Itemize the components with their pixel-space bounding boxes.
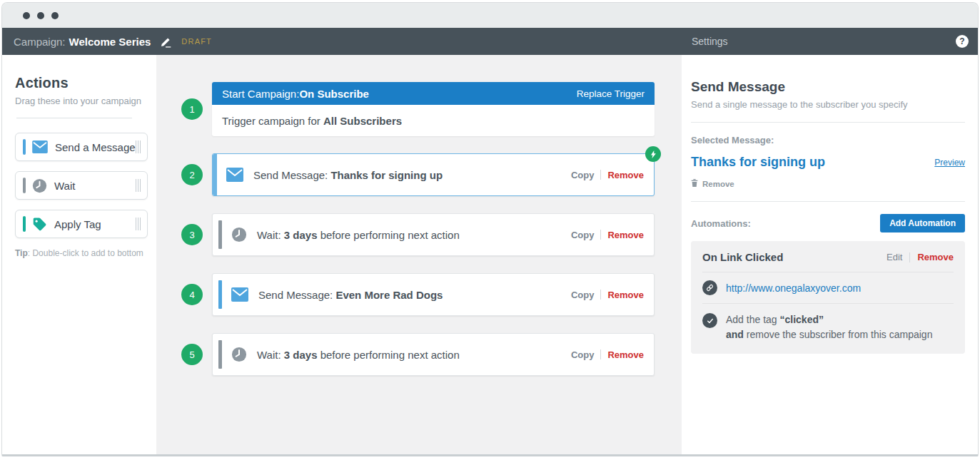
divider <box>600 230 601 240</box>
link-icon <box>702 280 717 295</box>
step-number-badge: 1 <box>181 98 203 120</box>
campaign-label: Campaign: <box>14 36 66 48</box>
window-dot <box>51 12 59 19</box>
drag-handle-icon[interactable] <box>136 179 141 192</box>
app-window: Campaign: Welcome Series DRAFT Settings … <box>1 2 979 456</box>
add-automation-button[interactable]: Add Automation <box>880 214 965 232</box>
draggable-action-wait[interactable]: Wait <box>15 171 148 200</box>
copy-button[interactable]: Copy <box>571 349 595 360</box>
divider <box>691 122 965 123</box>
campaign-step: 5 Wait: 3 days before performing next ac… <box>181 333 682 376</box>
accent-bar <box>218 220 222 249</box>
actions-title: Actions <box>15 75 156 91</box>
send-message-step-card[interactable]: Send Message: Thanks for signing up Copy… <box>212 153 655 196</box>
remove-button[interactable]: Remove <box>607 290 644 300</box>
sidebar-tip: Tip: Double-click to add to bottom <box>15 248 156 258</box>
divider <box>600 290 601 300</box>
remove-button[interactable]: Remove <box>607 170 644 180</box>
selected-message-label: Selected Message: <box>691 135 965 145</box>
automation-card: On Link Clicked Edit Remove http://www.o… <box>691 241 965 354</box>
envelope-icon <box>226 168 243 182</box>
campaign-step: 3 Wait: 3 days before performing next ac… <box>181 213 682 256</box>
divider <box>909 252 910 262</box>
app-body: Actions Drag these into your campaign Se… <box>2 55 978 454</box>
drag-handle-icon[interactable] <box>136 140 141 153</box>
campaign-step: 1 Start Campaign: On Subscribe Replace T… <box>181 82 682 136</box>
remove-button[interactable]: Remove <box>607 230 644 240</box>
window-dot <box>23 12 30 19</box>
draggable-action-apply-tag[interactable]: Apply Tag <box>15 210 148 238</box>
step-label: Wait: 3 days before performing next acti… <box>257 229 571 241</box>
envelope-icon <box>231 287 248 302</box>
draggable-action-send-message[interactable]: Send a Message <box>15 133 148 161</box>
automation-title: On Link Clicked <box>702 251 783 263</box>
edit-pencil-icon[interactable] <box>160 36 172 48</box>
remove-button[interactable]: Remove <box>607 349 644 360</box>
step-label: Wait: 3 days before performing next acti… <box>257 349 571 361</box>
tag-icon <box>32 217 47 232</box>
action-label: Wait <box>54 180 136 192</box>
step-label: Send Message: Thanks for signing up <box>253 169 571 181</box>
lightning-icon <box>645 146 661 162</box>
divider <box>691 201 965 202</box>
action-label: Send a Message <box>55 141 136 153</box>
app-header: Campaign: Welcome Series DRAFT Settings … <box>2 28 978 55</box>
settings-nav-item[interactable]: Settings <box>692 36 728 47</box>
copy-button[interactable]: Copy <box>571 230 595 240</box>
clock-icon <box>231 227 247 242</box>
copy-button[interactable]: Copy <box>571 170 595 180</box>
accent-bar <box>213 154 217 195</box>
clock-icon <box>32 178 47 193</box>
step-number-badge: 4 <box>181 284 203 305</box>
automation-url-link[interactable]: http://www.onegalaxyover.com <box>726 282 861 294</box>
wait-step-card[interactable]: Wait: 3 days before performing next acti… <box>212 213 655 256</box>
edit-button[interactable]: Edit <box>886 252 902 262</box>
accent-bar <box>23 178 26 193</box>
trigger-title-bold: On Subscribe <box>299 88 369 100</box>
accent-bar <box>218 340 222 369</box>
step-label: Send Message: Even More Rad Dogs <box>258 289 571 301</box>
copy-button[interactable]: Copy <box>571 290 595 300</box>
trash-icon <box>691 178 698 189</box>
campaign-canvas: 1 Start Campaign: On Subscribe Replace T… <box>156 55 682 454</box>
divider <box>600 170 601 180</box>
remove-button[interactable]: Remove <box>917 252 954 262</box>
replace-trigger-link[interactable]: Replace Trigger <box>577 88 645 99</box>
send-message-step-card[interactable]: Send Message: Even More Rad Dogs Copy Re… <box>212 273 655 316</box>
trigger-card-body: Trigger campaign for All Subscribers <box>212 105 655 136</box>
window-titlebar <box>2 3 978 28</box>
envelope-icon <box>32 140 48 153</box>
divider <box>600 349 601 359</box>
automations-label: Automations: <box>691 218 751 229</box>
actions-sidebar: Actions Drag these into your campaign Se… <box>2 55 156 454</box>
campaign-step: 2 Send Message: Thanks for signing up Co… <box>181 153 682 196</box>
action-label: Apply Tag <box>54 218 136 230</box>
accent-bar <box>218 280 222 309</box>
step-number-badge: 5 <box>181 344 203 365</box>
clock-icon <box>231 347 247 362</box>
campaign-name: Welcome Series <box>69 36 151 48</box>
check-icon <box>702 313 717 328</box>
help-icon[interactable]: ? <box>956 35 969 48</box>
actions-subtitle: Drag these into your campaign <box>15 96 156 106</box>
drag-handle-icon[interactable] <box>136 218 141 230</box>
step-number-badge: 2 <box>181 164 203 185</box>
accent-bar <box>23 216 26 232</box>
sidebar-divider <box>16 118 132 118</box>
step-number-badge: 3 <box>181 224 203 245</box>
trigger-title-prefix: Start Campaign: <box>222 88 299 100</box>
accent-bar <box>23 139 26 155</box>
selected-message-title[interactable]: Thanks for signing up <box>691 155 825 170</box>
remove-message-button[interactable]: Remove <box>691 178 965 189</box>
status-badge: DRAFT <box>181 37 212 46</box>
wait-step-card[interactable]: Wait: 3 days before performing next acti… <box>212 333 655 376</box>
automation-action-description: Add the tag “clicked” and remove the sub… <box>726 312 932 342</box>
detail-panel: Send Message Send a single message to th… <box>682 55 978 454</box>
detail-subtitle: Send a single message to the subscriber … <box>691 99 965 110</box>
trigger-card-header: Start Campaign: On Subscribe Replace Tri… <box>212 82 655 105</box>
trigger-card[interactable]: Start Campaign: On Subscribe Replace Tri… <box>212 82 655 136</box>
detail-title: Send Message <box>691 79 965 95</box>
window-dot <box>37 12 44 19</box>
preview-link[interactable]: Preview <box>934 158 965 168</box>
campaign-step: 4 Send Message: Even More Rad Dogs Copy … <box>181 273 682 316</box>
